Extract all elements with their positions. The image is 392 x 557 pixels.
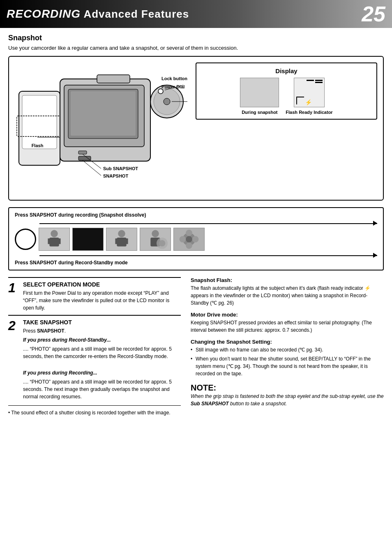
- step-1-content: SELECT OPERATION MODE First turn the Pow…: [23, 281, 181, 312]
- frame-3: [106, 228, 137, 251]
- step-2-content: TAKE SNAPSHOT Press SNAPSHOT. If you pre…: [23, 319, 181, 402]
- svg-rect-32: [115, 238, 118, 244]
- step-2-recording-heading: If you press during Recording...: [23, 370, 97, 376]
- svg-rect-9: [97, 75, 130, 83]
- flash-line1: [307, 80, 314, 81]
- bullet-block: The sound effect of a shutter closing is…: [8, 405, 181, 420]
- flash-body: The flash automatically lights at the su…: [191, 284, 384, 307]
- svg-text:⚡: ⚡: [305, 99, 312, 105]
- step-1-block: 1 SELECT OPERATION MODE First turn the P…: [8, 277, 181, 315]
- arrow-bar-top: [15, 221, 377, 225]
- arrow-line-top: [39, 223, 377, 224]
- lockpower-labels: Lock button Power Dial: [161, 75, 187, 91]
- arrow-head-top: [373, 221, 377, 226]
- flash-lines2: [315, 82, 323, 83]
- svg-point-38: [159, 240, 166, 247]
- flash-ready-label: Flash Ready Indicator: [286, 110, 332, 115]
- frame-strip: [15, 228, 377, 251]
- step-2-recording-body: .... “PHOTO” appears and a still image w…: [23, 378, 181, 400]
- step-2-number: 2: [8, 319, 20, 402]
- sequence-label2: Press SNAPSHOT during Record-Standby mod…: [15, 260, 377, 266]
- during-snapshot-label: During snapshot: [242, 110, 277, 115]
- flash-lines: [307, 80, 323, 81]
- note-title: NOTE:: [191, 383, 384, 393]
- svg-point-44: [180, 236, 186, 243]
- svg-line-20: [83, 160, 101, 176]
- steps-right: Snapshot Flash: The flash automatically …: [191, 277, 384, 420]
- camcorder-illustration: Flash: [15, 62, 187, 194]
- changing-body2: When you don’t want to hear the shutter …: [191, 355, 384, 377]
- frame-1: [39, 228, 70, 251]
- note-block: NOTE: When the grip strap is fastened to…: [191, 383, 384, 407]
- arrow-bar-bottom: [15, 253, 377, 257]
- step-1-heading: SELECT OPERATION MODE: [23, 281, 181, 288]
- display-title: Display: [202, 67, 371, 74]
- svg-rect-17: [78, 151, 87, 154]
- svg-rect-28: [58, 238, 61, 244]
- section-title: Snapshot: [8, 34, 384, 42]
- svg-point-45: [192, 236, 199, 243]
- flash-ready-item: ⚡ Flash Ready Indicator: [286, 78, 332, 115]
- svg-point-12: [164, 98, 170, 105]
- steps-left: 1 SELECT OPERATION MODE First turn the P…: [8, 277, 181, 420]
- step-2-block: 2 TAKE SNAPSHOT Press SNAPSHOT. If you p…: [8, 315, 181, 405]
- during-snapshot-screen: [240, 78, 279, 107]
- display-screens: During snapshot: [202, 78, 371, 115]
- l-bracket-icon: ⚡: [296, 93, 312, 105]
- frame-4: [140, 228, 171, 251]
- svg-text:Flash: Flash: [32, 143, 44, 148]
- step-1-body: First turn the Power Dial to any operati…: [23, 289, 181, 312]
- svg-point-30: [118, 230, 125, 238]
- section-intro: Use your camcorder like a regular camera…: [8, 45, 384, 51]
- page-content: Snapshot Use your camcorder like a regul…: [0, 28, 392, 425]
- lock-button-label: Lock button: [161, 75, 187, 83]
- diagram-box: Flash: [8, 56, 384, 201]
- svg-rect-8: [71, 91, 136, 136]
- svg-rect-27: [48, 238, 51, 244]
- arrow-line-bottom: [39, 255, 377, 256]
- flash-line3: [315, 82, 323, 83]
- header-title: RECORDING Advanced Features: [7, 7, 189, 21]
- sequence-label1: Press SNAPSHOT during recording (Snapsho…: [15, 212, 377, 218]
- bullet-item: The sound effect of a shutter closing is…: [8, 410, 171, 416]
- steps-section: 1 SELECT OPERATION MODE First turn the P…: [8, 277, 384, 420]
- svg-text:Sub SNAPSHOT: Sub SNAPSHOT: [103, 166, 138, 171]
- step-2-standby-heading: If you press during Record-Standby...: [23, 337, 111, 343]
- changing-body1: Still image with no frame can also be re…: [191, 346, 384, 354]
- step-2-body: Press SNAPSHOT. If you press during Reco…: [23, 327, 181, 400]
- svg-point-42: [186, 230, 192, 236]
- page-number: 25: [362, 3, 385, 25]
- svg-rect-18: [78, 156, 91, 160]
- svg-text:SNAPSHOT: SNAPSHOT: [103, 173, 128, 178]
- frame-5: [173, 228, 205, 251]
- motor-body: Keeping SNAPSHOT pressed provides an eff…: [191, 319, 384, 334]
- svg-point-25: [51, 230, 58, 238]
- page-header: RECORDING Advanced Features 25: [0, 0, 392, 28]
- flash-line2: [315, 80, 323, 81]
- power-dial-label: Power Dial: [161, 83, 187, 91]
- display-area: Display During snapshot: [196, 62, 377, 120]
- svg-rect-33: [125, 238, 128, 244]
- header-title-italic: RECORDING: [7, 7, 81, 20]
- changing-body: Still image with no frame can also be re…: [191, 346, 384, 377]
- display-box: Display During snapshot: [196, 62, 377, 120]
- during-snapshot-item: During snapshot: [240, 78, 279, 115]
- flash-ready-screen: ⚡: [294, 78, 325, 107]
- arrow-head-bottom: [373, 253, 377, 258]
- note-body: When the grip strap is fastened to both …: [191, 393, 384, 407]
- svg-point-35: [152, 230, 159, 238]
- flash-heading: Snapshot Flash:: [191, 277, 384, 283]
- svg-point-43: [186, 243, 192, 249]
- sequence-box: Press SNAPSHOT during recording (Snapsho…: [8, 207, 384, 270]
- header-title-normal: Advanced Features: [81, 8, 189, 20]
- step-1-number: 1: [8, 281, 20, 312]
- frame-2: [72, 228, 104, 251]
- svg-rect-1: [22, 95, 57, 149]
- changing-heading: Changing the Snapshot Setting:: [191, 339, 384, 345]
- motor-heading: Motor Drive mode:: [191, 312, 384, 318]
- svg-point-41: [186, 236, 192, 243]
- step-2-heading: TAKE SNAPSHOT: [23, 319, 181, 326]
- shutter-circle: [15, 229, 36, 250]
- step-2-standby-body: .... “PHOTO” appears and a still image w…: [23, 345, 181, 360]
